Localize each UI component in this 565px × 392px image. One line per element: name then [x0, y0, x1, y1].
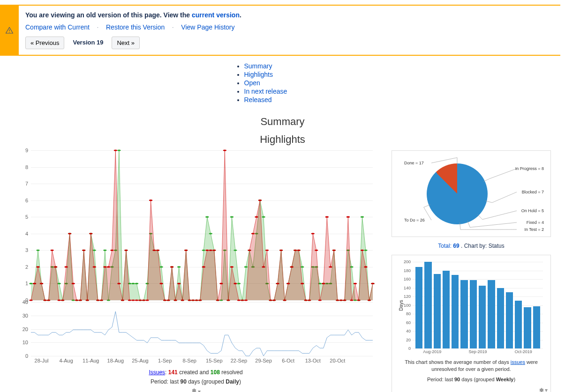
svg-point-125 — [117, 283, 121, 284]
svg-point-135 — [152, 250, 156, 251]
y-tick: 6 — [17, 198, 28, 203]
svg-point-111 — [68, 233, 71, 234]
x-tick: 28-Jul — [35, 358, 49, 363]
bar — [497, 288, 504, 349]
toc-link-open[interactable]: Open — [244, 79, 260, 87]
svg-point-177 — [301, 283, 304, 284]
svg-point-116 — [86, 299, 89, 301]
y-tick: 30 — [17, 313, 28, 318]
toc-item: In next release — [244, 88, 330, 95]
svg-point-102 — [36, 266, 39, 267]
line-chart-footer: Issues: 141 created and 108 resolved — [14, 369, 377, 376]
svg-point-61 — [237, 283, 241, 284]
svg-point-109 — [61, 299, 64, 301]
svg-point-143 — [181, 299, 184, 301]
y-tick: 40 — [17, 299, 28, 305]
issues-line-chart: 0123456789 010203040 28-Jul4-Aug11-Aug18… — [14, 150, 377, 392]
svg-point-138 — [163, 299, 166, 301]
svg-point-187 — [336, 299, 339, 301]
y-tick: 40 — [399, 329, 411, 333]
svg-point-10 — [57, 283, 60, 284]
svg-point-149 — [202, 266, 205, 267]
x-tick: 15-Sep — [206, 358, 222, 363]
y-tick: 2 — [17, 264, 28, 270]
svg-point-157 — [230, 266, 234, 267]
compare-link[interactable]: Compare with Current — [25, 23, 90, 31]
y-tick: 0 — [399, 346, 411, 351]
banner-message: You are viewing an old version of this p… — [25, 11, 554, 19]
bar — [524, 307, 531, 348]
bar — [470, 280, 477, 348]
pie-slice-label: In Progress = 8 — [515, 166, 544, 171]
svg-point-114 — [79, 299, 82, 301]
y-tick: 1 — [17, 281, 28, 286]
svg-point-159 — [237, 299, 241, 301]
svg-point-193 — [357, 299, 360, 301]
svg-point-121 — [103, 266, 106, 267]
svg-point-118 — [93, 266, 96, 267]
bar — [460, 280, 467, 348]
svg-point-144 — [184, 250, 188, 251]
svg-point-174 — [290, 266, 293, 267]
section-summary: Summary — [5, 116, 560, 128]
svg-point-146 — [191, 299, 195, 301]
bar-settings-menu[interactable]: ▾ — [538, 387, 548, 392]
svg-point-79 — [301, 266, 304, 267]
svg-point-134 — [149, 200, 152, 201]
restore-link[interactable]: Restore this Version — [106, 23, 165, 31]
svg-point-167 — [265, 250, 269, 251]
svg-point-142 — [177, 283, 181, 284]
svg-point-181 — [315, 250, 318, 251]
svg-point-160 — [241, 299, 244, 301]
y-tick: 0 — [17, 353, 28, 359]
toc-item: Released — [244, 96, 330, 104]
svg-point-136 — [156, 250, 159, 251]
svg-point-132 — [142, 299, 145, 301]
pie-slice-label: To Do = 26 — [404, 218, 425, 222]
toc-link-released[interactable]: Released — [244, 96, 272, 104]
svg-point-166 — [262, 266, 265, 267]
prev-button[interactable]: « Previous — [25, 37, 64, 49]
current-version-link[interactable]: current version — [192, 11, 240, 19]
toc-link-in-next-release[interactable]: In next release — [244, 88, 287, 95]
svg-point-63 — [244, 266, 248, 267]
x-tick: 1-Sep — [158, 358, 172, 363]
svg-point-169 — [272, 299, 276, 301]
x-tick: 20-Oct — [330, 358, 345, 363]
svg-point-97 — [364, 250, 367, 251]
svg-point-171 — [279, 250, 283, 251]
svg-point-107 — [54, 266, 57, 267]
svg-point-110 — [65, 266, 68, 267]
next-button[interactable]: Next » — [112, 37, 140, 49]
chart-settings-menu[interactable]: ▾ — [14, 388, 377, 392]
svg-point-197 — [371, 283, 374, 284]
x-tick: 6-Oct — [282, 358, 294, 363]
svg-point-53 — [209, 233, 212, 234]
svg-point-119 — [96, 299, 99, 301]
toc-item: Open — [244, 79, 330, 87]
svg-point-145 — [188, 299, 191, 301]
y-tick: 3 — [17, 247, 28, 253]
svg-point-127 — [124, 250, 128, 251]
issues-link-2[interactable]: issues — [511, 359, 525, 365]
svg-point-161 — [244, 299, 248, 301]
issues-link[interactable]: Issues — [149, 369, 165, 376]
bar-period: Period: last 90 days (grouped Weekly) — [399, 376, 544, 383]
svg-point-165 — [258, 200, 262, 201]
history-link[interactable]: View Page History — [181, 23, 234, 31]
avg-age-bar-chart: Days 020406080100120140160180200 Aug-201… — [392, 255, 551, 392]
bar-caption: This chart shows the average number of d… — [399, 359, 544, 373]
toc-link-highlights[interactable]: Highlights — [244, 71, 273, 78]
svg-point-106 — [50, 250, 53, 251]
svg-point-175 — [294, 250, 297, 251]
svg-point-191 — [350, 299, 353, 301]
svg-point-20 — [93, 250, 96, 251]
y-tick: 120 — [399, 294, 411, 299]
section-highlights: Highlights — [5, 133, 560, 146]
svg-point-153 — [216, 299, 219, 301]
svg-point-108 — [57, 299, 60, 301]
pie-caption: Total: 69 . Chart by: Status — [392, 243, 551, 249]
toc-link-summary[interactable]: Summary — [244, 62, 272, 70]
bar — [424, 262, 431, 348]
svg-point-113 — [75, 299, 78, 301]
